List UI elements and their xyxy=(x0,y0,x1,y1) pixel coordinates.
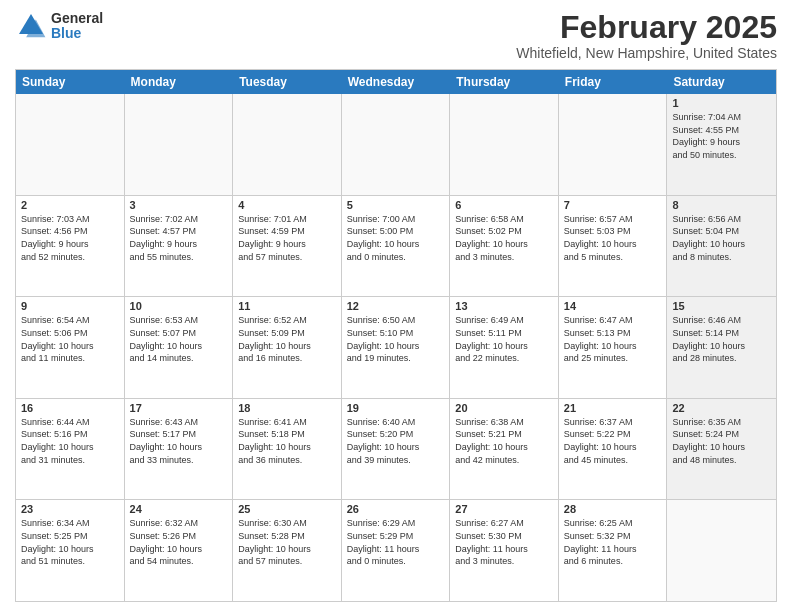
calendar-cell xyxy=(450,94,559,195)
title-block: February 2025 Whitefield, New Hampshire,… xyxy=(516,10,777,61)
calendar-cell: 13Sunrise: 6:49 AM Sunset: 5:11 PM Dayli… xyxy=(450,297,559,398)
day-number: 6 xyxy=(455,199,553,211)
day-number: 12 xyxy=(347,300,445,312)
day-info: Sunrise: 6:34 AM Sunset: 5:25 PM Dayligh… xyxy=(21,517,119,567)
day-number: 22 xyxy=(672,402,771,414)
calendar-cell: 20Sunrise: 6:38 AM Sunset: 5:21 PM Dayli… xyxy=(450,399,559,500)
calendar-cell: 10Sunrise: 6:53 AM Sunset: 5:07 PM Dayli… xyxy=(125,297,234,398)
day-info: Sunrise: 6:46 AM Sunset: 5:14 PM Dayligh… xyxy=(672,314,771,364)
day-info: Sunrise: 6:27 AM Sunset: 5:30 PM Dayligh… xyxy=(455,517,553,567)
day-info: Sunrise: 6:44 AM Sunset: 5:16 PM Dayligh… xyxy=(21,416,119,466)
calendar-cell xyxy=(667,500,776,601)
day-number: 3 xyxy=(130,199,228,211)
calendar-cell: 23Sunrise: 6:34 AM Sunset: 5:25 PM Dayli… xyxy=(16,500,125,601)
calendar-cell: 2Sunrise: 7:03 AM Sunset: 4:56 PM Daylig… xyxy=(16,196,125,297)
day-info: Sunrise: 6:41 AM Sunset: 5:18 PM Dayligh… xyxy=(238,416,336,466)
day-number: 13 xyxy=(455,300,553,312)
calendar-subtitle: Whitefield, New Hampshire, United States xyxy=(516,45,777,61)
calendar-cell: 16Sunrise: 6:44 AM Sunset: 5:16 PM Dayli… xyxy=(16,399,125,500)
day-info: Sunrise: 7:03 AM Sunset: 4:56 PM Dayligh… xyxy=(21,213,119,263)
day-number: 18 xyxy=(238,402,336,414)
day-info: Sunrise: 7:04 AM Sunset: 4:55 PM Dayligh… xyxy=(672,111,771,161)
calendar-cell xyxy=(125,94,234,195)
calendar-row: 9Sunrise: 6:54 AM Sunset: 5:06 PM Daylig… xyxy=(16,297,776,399)
calendar-cell: 25Sunrise: 6:30 AM Sunset: 5:28 PM Dayli… xyxy=(233,500,342,601)
calendar-cell: 8Sunrise: 6:56 AM Sunset: 5:04 PM Daylig… xyxy=(667,196,776,297)
calendar-cell: 3Sunrise: 7:02 AM Sunset: 4:57 PM Daylig… xyxy=(125,196,234,297)
day-number: 21 xyxy=(564,402,662,414)
day-number: 2 xyxy=(21,199,119,211)
calendar-cell: 6Sunrise: 6:58 AM Sunset: 5:02 PM Daylig… xyxy=(450,196,559,297)
day-number: 27 xyxy=(455,503,553,515)
day-number: 24 xyxy=(130,503,228,515)
logo: General Blue xyxy=(15,10,103,42)
day-number: 28 xyxy=(564,503,662,515)
logo-blue: Blue xyxy=(51,26,103,41)
calendar-cell: 14Sunrise: 6:47 AM Sunset: 5:13 PM Dayli… xyxy=(559,297,668,398)
day-info: Sunrise: 6:58 AM Sunset: 5:02 PM Dayligh… xyxy=(455,213,553,263)
calendar-row: 16Sunrise: 6:44 AM Sunset: 5:16 PM Dayli… xyxy=(16,399,776,501)
calendar-header-cell: Wednesday xyxy=(342,70,451,94)
day-info: Sunrise: 6:30 AM Sunset: 5:28 PM Dayligh… xyxy=(238,517,336,567)
day-info: Sunrise: 6:35 AM Sunset: 5:24 PM Dayligh… xyxy=(672,416,771,466)
calendar-cell: 21Sunrise: 6:37 AM Sunset: 5:22 PM Dayli… xyxy=(559,399,668,500)
day-info: Sunrise: 6:54 AM Sunset: 5:06 PM Dayligh… xyxy=(21,314,119,364)
day-number: 10 xyxy=(130,300,228,312)
calendar-cell: 26Sunrise: 6:29 AM Sunset: 5:29 PM Dayli… xyxy=(342,500,451,601)
calendar-cell: 17Sunrise: 6:43 AM Sunset: 5:17 PM Dayli… xyxy=(125,399,234,500)
day-number: 23 xyxy=(21,503,119,515)
calendar-cell: 19Sunrise: 6:40 AM Sunset: 5:20 PM Dayli… xyxy=(342,399,451,500)
logo-general: General xyxy=(51,11,103,26)
calendar-header-cell: Friday xyxy=(559,70,668,94)
day-number: 8 xyxy=(672,199,771,211)
day-number: 9 xyxy=(21,300,119,312)
page: General Blue February 2025 Whitefield, N… xyxy=(0,0,792,612)
day-number: 15 xyxy=(672,300,771,312)
calendar-title: February 2025 xyxy=(516,10,777,45)
calendar-header-cell: Monday xyxy=(125,70,234,94)
calendar-header-cell: Tuesday xyxy=(233,70,342,94)
day-info: Sunrise: 6:50 AM Sunset: 5:10 PM Dayligh… xyxy=(347,314,445,364)
header: General Blue February 2025 Whitefield, N… xyxy=(15,10,777,61)
day-info: Sunrise: 6:38 AM Sunset: 5:21 PM Dayligh… xyxy=(455,416,553,466)
calendar-cell: 4Sunrise: 7:01 AM Sunset: 4:59 PM Daylig… xyxy=(233,196,342,297)
day-number: 7 xyxy=(564,199,662,211)
calendar-cell: 9Sunrise: 6:54 AM Sunset: 5:06 PM Daylig… xyxy=(16,297,125,398)
calendar-row: 2Sunrise: 7:03 AM Sunset: 4:56 PM Daylig… xyxy=(16,196,776,298)
calendar-cell: 28Sunrise: 6:25 AM Sunset: 5:32 PM Dayli… xyxy=(559,500,668,601)
day-info: Sunrise: 6:56 AM Sunset: 5:04 PM Dayligh… xyxy=(672,213,771,263)
calendar-cell: 5Sunrise: 7:00 AM Sunset: 5:00 PM Daylig… xyxy=(342,196,451,297)
day-info: Sunrise: 7:00 AM Sunset: 5:00 PM Dayligh… xyxy=(347,213,445,263)
day-number: 4 xyxy=(238,199,336,211)
calendar-cell xyxy=(16,94,125,195)
calendar-cell: 18Sunrise: 6:41 AM Sunset: 5:18 PM Dayli… xyxy=(233,399,342,500)
day-number: 17 xyxy=(130,402,228,414)
logo-text: General Blue xyxy=(51,11,103,42)
day-info: Sunrise: 6:53 AM Sunset: 5:07 PM Dayligh… xyxy=(130,314,228,364)
calendar-cell xyxy=(233,94,342,195)
day-number: 19 xyxy=(347,402,445,414)
day-info: Sunrise: 6:37 AM Sunset: 5:22 PM Dayligh… xyxy=(564,416,662,466)
day-info: Sunrise: 6:25 AM Sunset: 5:32 PM Dayligh… xyxy=(564,517,662,567)
day-number: 5 xyxy=(347,199,445,211)
day-number: 20 xyxy=(455,402,553,414)
day-number: 26 xyxy=(347,503,445,515)
day-info: Sunrise: 6:47 AM Sunset: 5:13 PM Dayligh… xyxy=(564,314,662,364)
day-number: 1 xyxy=(672,97,771,109)
day-number: 11 xyxy=(238,300,336,312)
calendar-row: 1Sunrise: 7:04 AM Sunset: 4:55 PM Daylig… xyxy=(16,94,776,196)
calendar-cell: 15Sunrise: 6:46 AM Sunset: 5:14 PM Dayli… xyxy=(667,297,776,398)
calendar-header-cell: Sunday xyxy=(16,70,125,94)
day-number: 14 xyxy=(564,300,662,312)
calendar-header-cell: Saturday xyxy=(667,70,776,94)
calendar-row: 23Sunrise: 6:34 AM Sunset: 5:25 PM Dayli… xyxy=(16,500,776,601)
day-info: Sunrise: 6:49 AM Sunset: 5:11 PM Dayligh… xyxy=(455,314,553,364)
calendar-cell: 27Sunrise: 6:27 AM Sunset: 5:30 PM Dayli… xyxy=(450,500,559,601)
day-number: 25 xyxy=(238,503,336,515)
calendar-header: SundayMondayTuesdayWednesdayThursdayFrid… xyxy=(16,70,776,94)
day-info: Sunrise: 6:52 AM Sunset: 5:09 PM Dayligh… xyxy=(238,314,336,364)
day-info: Sunrise: 6:43 AM Sunset: 5:17 PM Dayligh… xyxy=(130,416,228,466)
calendar-cell: 12Sunrise: 6:50 AM Sunset: 5:10 PM Dayli… xyxy=(342,297,451,398)
day-info: Sunrise: 6:40 AM Sunset: 5:20 PM Dayligh… xyxy=(347,416,445,466)
calendar-cell xyxy=(559,94,668,195)
